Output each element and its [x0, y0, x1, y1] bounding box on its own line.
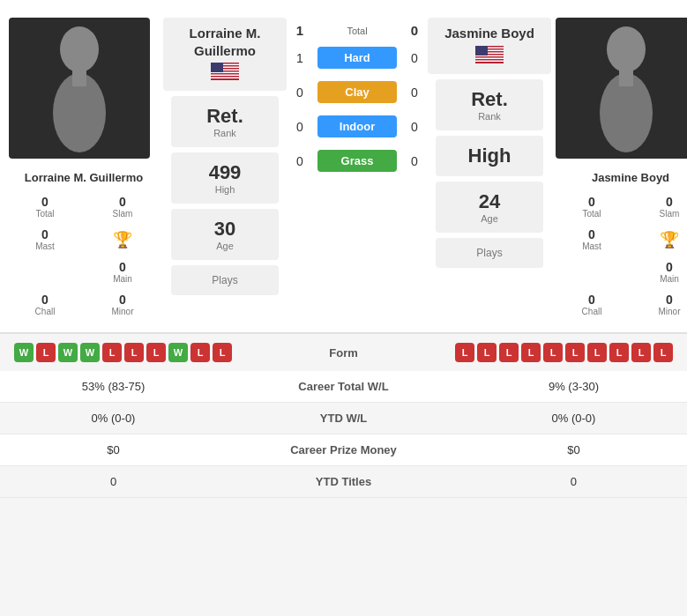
stats-right-val: 0 [460, 466, 687, 498]
right-mast-stat: 0 Mast [554, 224, 630, 255]
stats-center-label: Career Prize Money [227, 434, 460, 466]
stats-row: $0Career Prize Money$0 [0, 434, 687, 466]
left-plays-box: Plays [171, 265, 279, 295]
form-badge-left: W [168, 343, 188, 362]
right-player-column: Jasmine Boyd 0 Total 0 Slam 0 Mast 🏆 [547, 9, 687, 323]
right-player-name: Jasmine Boyd [547, 167, 687, 188]
grass-left-value: 0 [282, 154, 317, 168]
total-right-value: 0 [397, 23, 432, 38]
left-plays-label: Plays [185, 274, 265, 286]
right-form-badges: LLLLLLLLLL [397, 343, 674, 362]
left-flag [177, 63, 273, 84]
left-high-label: High [185, 184, 265, 195]
left-form-badges: WLWWLLLWLL [14, 343, 291, 362]
grass-badge: Grass [317, 150, 397, 172]
main-container: Lorraine M. Guillermo 0 Total 0 Slam 0 M… [0, 0, 687, 498]
right-rank-label: Rank [450, 111, 529, 122]
left-chall-stat: 0 Chall [7, 289, 83, 320]
svg-rect-2 [72, 69, 86, 86]
stats-right-val: 9% (3-30) [460, 371, 687, 403]
form-badge-right: L [477, 343, 497, 362]
right-name-box-text: Jasmine Boyd [442, 25, 537, 42]
stats-row: 0YTD Titles0 [0, 466, 687, 498]
left-player-column: Lorraine M. Guillermo 0 Total 0 Slam 0 M… [0, 9, 168, 323]
left-rank-box: Ret. Rank [171, 96, 279, 147]
svg-rect-16 [475, 57, 504, 59]
stats-row: 0% (0-0)YTD W/L0% (0-0) [0, 403, 687, 434]
center-surface-stats: 1 Total 0 1 Hard 0 0 Clay 0 0 Indoor 0 [282, 9, 432, 323]
stats-table: 53% (83-75)Career Total W/L9% (3-30)0% (… [0, 371, 687, 498]
hard-left-value: 1 [282, 51, 317, 65]
left-age-box: 30 Age [171, 209, 279, 260]
clay-left-value: 0 [282, 85, 317, 100]
svg-point-19 [607, 26, 646, 72]
stats-center-label: YTD W/L [227, 403, 460, 434]
form-section: WLWWLLLWLL Form LLLLLLLLLL [0, 332, 687, 371]
left-main-stat: 0 Main [85, 256, 161, 287]
indoor-right-value: 0 [397, 120, 432, 134]
right-rank-value: Ret. [450, 88, 529, 111]
right-total-stat: 0 Total [554, 191, 630, 222]
svg-rect-17 [475, 60, 504, 62]
player-section: Lorraine M. Guillermo 0 Total 0 Slam 0 M… [0, 0, 687, 332]
form-badge-left: L [102, 343, 122, 362]
left-total-stat: 0 Total [7, 191, 83, 222]
left-player-stats: 0 Total 0 Slam 0 Mast 🏆 0 Main [0, 188, 168, 323]
indoor-row: 0 Indoor 0 [282, 112, 432, 141]
right-high-box: High [436, 136, 543, 176]
right-player-avatar [556, 18, 687, 159]
grass-row: 0 Grass 0 [282, 146, 432, 175]
form-label: Form [291, 346, 397, 360]
right-name-box: Jasmine Boyd [428, 18, 551, 74]
trophy-icon-left: 🏆 [85, 224, 161, 255]
clay-right-value: 0 [397, 85, 432, 100]
right-center-panel: Jasmine Boyd Ret. Rank [432, 9, 547, 323]
trophy-icon-right: 🏆 [631, 224, 687, 255]
hard-right-value: 0 [397, 51, 432, 65]
indoor-badge: Indoor [317, 115, 397, 137]
right-age-box: 24 Age [436, 182, 543, 233]
form-badge-right: L [631, 343, 651, 362]
left-rank-value: Ret. [185, 105, 265, 128]
left-minor-stat: 0 Minor [85, 289, 161, 320]
left-mast-stat: 0 Mast [7, 224, 83, 255]
stats-right-val: $0 [460, 434, 687, 466]
form-badge-left: L [190, 343, 210, 362]
right-main-stat: 0 Main [631, 256, 687, 287]
form-badge-left: L [146, 343, 166, 362]
hard-badge: Hard [317, 47, 397, 69]
left-high-value: 499 [185, 161, 265, 184]
right-age-value: 24 [450, 190, 529, 213]
form-badge-right: L [543, 343, 563, 362]
stats-left-val: 0% (0-0) [0, 403, 227, 434]
left-rank-label: Rank [185, 128, 265, 138]
left-slam-stat: 0 Slam [85, 191, 161, 222]
left-player-name: Lorraine M. Guillermo [0, 167, 168, 188]
total-left-value: 1 [282, 23, 317, 38]
clay-row: 0 Clay 0 [282, 78, 432, 107]
form-badge-right: L [653, 343, 673, 362]
form-badge-left: L [213, 343, 232, 362]
svg-rect-8 [211, 75, 239, 77]
form-badge-left: L [36, 343, 56, 362]
stats-center-label: Career Total W/L [227, 371, 460, 403]
form-badge-left: W [58, 343, 78, 362]
total-row: 1 Total 0 [282, 18, 432, 43]
form-badge-right: L [455, 343, 474, 362]
stats-right-val: 0% (0-0) [460, 403, 687, 434]
stats-center-label: YTD Titles [227, 466, 460, 498]
form-badge-left: W [80, 343, 100, 362]
svg-rect-10 [211, 63, 223, 72]
left-name-box-text: Lorraine M. Guillermo [177, 25, 273, 59]
svg-rect-21 [619, 69, 633, 86]
form-badge-left: L [124, 343, 144, 362]
stats-left-val: $0 [0, 434, 227, 466]
right-flag [442, 46, 537, 67]
left-name-box: Lorraine M. Guillermo [163, 18, 287, 91]
left-player-avatar [9, 18, 150, 159]
hard-row: 1 Hard 0 [282, 43, 432, 72]
left-age-value: 30 [185, 218, 265, 241]
form-badge-right: L [587, 343, 607, 362]
left-center-panel: Lorraine M. Guillermo [168, 9, 282, 323]
right-chall-stat: 0 Chall [554, 289, 630, 320]
